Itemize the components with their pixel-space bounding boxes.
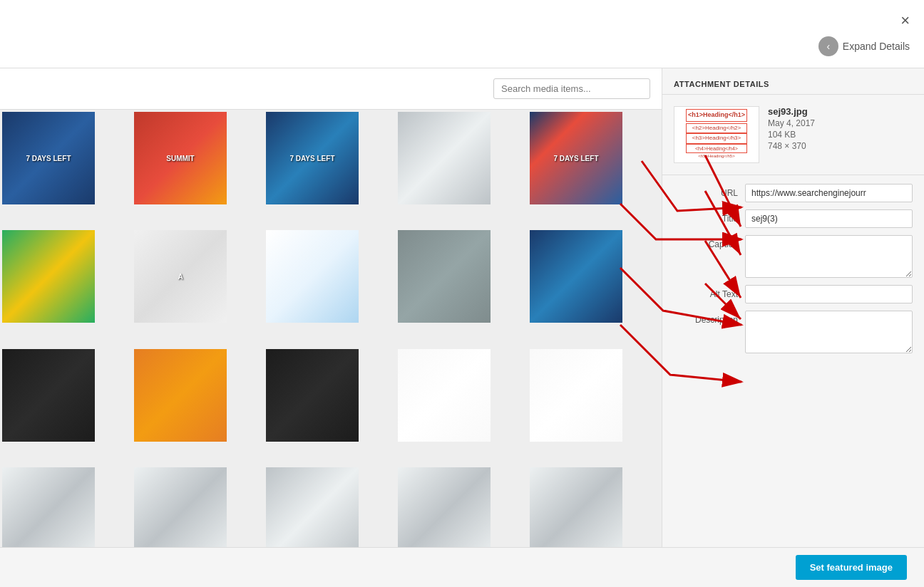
media-item[interactable]	[530, 349, 622, 442]
url-label: URL	[674, 184, 738, 198]
media-item[interactable]	[2, 349, 95, 442]
alt-text-row: Alt Text	[674, 285, 913, 303]
search-bar-row	[0, 68, 662, 110]
expand-details-button[interactable]: ‹ Expand Details	[818, 36, 910, 56]
close-button[interactable]: ×	[900, 11, 910, 30]
caption-row: Caption	[674, 235, 913, 278]
description-row: Description	[674, 311, 913, 353]
details-panel: ATTACHMENT DETAILS <h1>Heading</h1> <h2>…	[662, 68, 924, 587]
main-content: 7 DAYS LEFTSUMMIT7 DAYS LEFT7 DAYS LEFTA…	[0, 68, 924, 587]
media-item[interactable]: SUMMIT	[134, 112, 227, 204]
media-item[interactable]	[2, 467, 95, 560]
media-item[interactable]	[266, 349, 359, 442]
media-item[interactable]	[398, 112, 491, 204]
media-item[interactable]	[134, 467, 227, 560]
attachment-filename: sej93.jpg	[768, 106, 815, 117]
media-item[interactable]	[266, 467, 359, 560]
media-item[interactable]	[530, 230, 622, 323]
media-item[interactable]	[398, 230, 491, 323]
caption-textarea[interactable]	[745, 235, 913, 278]
attachment-info: <h1>Heading</h1> <h2>Heading</h2> <h3>He…	[662, 95, 924, 175]
url-input[interactable]	[745, 184, 913, 202]
media-item[interactable]: 7 DAYS LEFT	[2, 112, 95, 204]
media-grid: 7 DAYS LEFTSUMMIT7 DAYS LEFT7 DAYS LEFTA	[0, 110, 662, 586]
description-label: Description	[674, 311, 738, 325]
chevron-left-icon: ‹	[818, 36, 838, 56]
title-row: Title	[674, 209, 913, 228]
attachment-thumb: <h1>Heading</h1> <h2>Heading</h2> <h3>He…	[674, 106, 759, 163]
media-item[interactable]: 7 DAYS LEFT	[530, 112, 622, 204]
top-bar: × ‹ Expand Details	[0, 0, 924, 68]
details-form: URL Title Caption Alt Text Description	[662, 175, 924, 369]
expand-details-label: Expand Details	[843, 41, 910, 52]
media-item[interactable]: 7 DAYS LEFT	[266, 112, 359, 204]
attachment-size: 104 KB	[768, 130, 815, 140]
media-item[interactable]	[134, 349, 227, 442]
alt-text-input[interactable]	[745, 285, 913, 303]
media-area: 7 DAYS LEFTSUMMIT7 DAYS LEFT7 DAYS LEFTA	[0, 68, 662, 587]
media-item[interactable]	[530, 467, 622, 560]
bottom-bar: Set featured image	[0, 547, 924, 587]
url-row: URL	[674, 184, 913, 202]
title-label: Title	[674, 209, 738, 224]
attachment-details-header: ATTACHMENT DETAILS	[662, 68, 924, 95]
title-input[interactable]	[745, 209, 913, 228]
attachment-meta: sej93.jpg May 4, 2017 104 KB 748 × 370	[768, 106, 815, 163]
set-featured-image-button[interactable]: Set featured image	[796, 555, 907, 580]
search-input[interactable]	[493, 78, 650, 99]
media-item[interactable]	[398, 349, 491, 442]
media-item[interactable]: A	[134, 230, 227, 323]
attachment-date: May 4, 2017	[768, 118, 815, 128]
description-textarea[interactable]	[745, 311, 913, 353]
attachment-dims: 748 × 370	[768, 141, 815, 151]
media-item[interactable]	[266, 230, 359, 323]
caption-label: Caption	[674, 235, 738, 249]
media-item[interactable]	[398, 467, 491, 560]
alt-text-label: Alt Text	[674, 285, 738, 299]
media-item[interactable]	[2, 230, 95, 323]
